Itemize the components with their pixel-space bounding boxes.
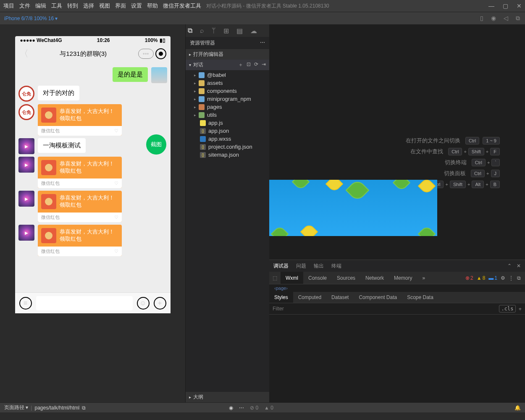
- folder-utils[interactable]: ▸utils: [186, 111, 269, 119]
- new-folder-icon[interactable]: ⊡: [247, 61, 251, 68]
- screenshot-button[interactable]: 截图: [146, 134, 166, 155]
- scopedata-tab[interactable]: Scope Data: [402, 292, 438, 303]
- avatar[interactable]: [151, 67, 167, 83]
- sources-tab[interactable]: Sources: [332, 272, 360, 284]
- error-count[interactable]: ⊘ 0: [250, 405, 258, 411]
- folder-components[interactable]: ▸components: [186, 87, 269, 95]
- extensions-icon[interactable]: ⊞: [222, 27, 230, 35]
- close-icon[interactable]: ✕: [517, 3, 522, 9]
- menu-settings[interactable]: 设置: [131, 2, 142, 10]
- open-editors-section[interactable]: ▸打开的编辑器: [186, 49, 269, 60]
- componentdata-tab[interactable]: Component Data: [354, 292, 402, 303]
- db-icon[interactable]: ▤: [235, 27, 244, 35]
- page-path-label[interactable]: 页面路径 ▾: [4, 404, 28, 411]
- chat-body[interactable]: 是的是是 仑免 对于的对的 仑免 恭喜发财，大吉大利！领取红包 微信红包♡: [15, 63, 171, 292]
- file-project.config.json[interactable]: {}project.config.json: [186, 143, 269, 151]
- close-panel-icon[interactable]: ✕: [517, 263, 521, 269]
- message-bubble[interactable]: 对于的对的: [38, 86, 79, 100]
- copy-icon[interactable]: ⧉: [82, 405, 86, 411]
- close-miniapp-icon[interactable]: [155, 48, 166, 59]
- menu-ui[interactable]: 界面: [115, 2, 126, 10]
- problems-tab[interactable]: 问题: [296, 262, 306, 270]
- styles-tab[interactable]: Styles: [269, 292, 293, 303]
- minimize-icon[interactable]: —: [488, 3, 494, 9]
- more-icon[interactable]: •••: [138, 49, 154, 59]
- folder-assets[interactable]: ▸assets: [186, 79, 269, 87]
- red-packet[interactable]: 恭喜发财，大吉大利！领取红包 微信红包♡: [38, 104, 122, 136]
- page-path[interactable]: pages/talk/html/html: [34, 405, 79, 411]
- message-bubble[interactable]: 是的是是: [113, 67, 148, 82]
- mute-icon[interactable]: ◁: [504, 15, 508, 22]
- dock-icon[interactable]: ⧉: [517, 275, 521, 281]
- avatar[interactable]: [18, 191, 34, 207]
- element-breadcrumb[interactable]: ‹page›: [269, 284, 525, 292]
- record-icon[interactable]: ◉: [491, 15, 496, 22]
- red-packet[interactable]: 恭喜发财，大吉大利！领取红包 微信红包♡: [38, 225, 122, 256]
- outline-section[interactable]: ▸大纲: [186, 392, 269, 402]
- menu-view[interactable]: 视图: [99, 2, 110, 10]
- network-tab[interactable]: Network: [360, 272, 389, 284]
- menu-goto[interactable]: 转到: [67, 2, 78, 10]
- cloud-icon[interactable]: ☁: [249, 27, 258, 35]
- menu-project[interactable]: 项目: [3, 2, 14, 10]
- menu-tools[interactable]: 工具: [51, 2, 62, 10]
- menu-edit[interactable]: 编辑: [35, 2, 46, 10]
- filter-input[interactable]: [273, 306, 499, 312]
- folder-@babel[interactable]: ▸@babel: [186, 71, 269, 79]
- explorer-more-icon[interactable]: ⋯: [260, 39, 265, 47]
- output-tab[interactable]: 输出: [314, 262, 324, 270]
- message-bubble[interactable]: 一淘模板测试: [38, 138, 86, 153]
- menu-select[interactable]: 选择: [83, 2, 94, 10]
- gear-icon[interactable]: ⚙: [501, 275, 505, 281]
- kebab-icon[interactable]: ⋮: [509, 275, 514, 281]
- maximize-icon[interactable]: ▢: [503, 3, 508, 9]
- dataset-tab[interactable]: Dataset: [326, 292, 354, 303]
- capsule-buttons[interactable]: •••: [138, 48, 166, 59]
- menu-help[interactable]: 帮助: [147, 2, 158, 10]
- dual-pane-icon[interactable]: ⧉: [516, 15, 520, 22]
- files-tab-icon[interactable]: ⧉: [186, 27, 194, 34]
- collapse-icon[interactable]: ⇥: [262, 61, 266, 68]
- computed-tab[interactable]: Computed: [293, 292, 326, 303]
- emoji-icon[interactable]: ☺: [137, 297, 150, 310]
- red-packet[interactable]: 恭喜发财，大吉大利！领取红包 微信红包♡: [38, 157, 122, 188]
- git-icon[interactable]: ᛘ: [210, 27, 217, 34]
- voice-icon[interactable]: ≡: [19, 297, 32, 310]
- memory-tab[interactable]: Memory: [389, 272, 417, 284]
- avatar[interactable]: [18, 157, 34, 173]
- file-app.json[interactable]: {}app.json: [186, 127, 269, 135]
- folder-pages[interactable]: ▸pages: [186, 103, 269, 111]
- plus-icon[interactable]: +: [154, 297, 166, 310]
- phone-icon[interactable]: ▯: [480, 15, 483, 22]
- avatar[interactable]: 仑免: [18, 86, 34, 102]
- chevron-up-icon[interactable]: ⌃: [507, 263, 512, 269]
- add-style-icon[interactable]: +: [518, 306, 522, 312]
- warning-count[interactable]: ▲ 0: [264, 405, 273, 411]
- avatar[interactable]: [18, 138, 34, 154]
- bell-icon[interactable]: 🔔: [514, 405, 521, 411]
- device-selector[interactable]: iPhone 6/7/8 100% 16 ▾: [4, 16, 58, 21]
- new-file-icon[interactable]: ＋: [238, 61, 243, 68]
- file-app.wxss[interactable]: app.wxss: [186, 135, 269, 143]
- search-icon[interactable]: ⌕: [199, 27, 205, 34]
- file-app.js[interactable]: app.js: [186, 119, 269, 127]
- more-tabs-icon[interactable]: »: [417, 272, 430, 284]
- cls-button[interactable]: .cls: [499, 305, 516, 312]
- folder-miniprogram_npm[interactable]: ▸miniprogram_npm: [186, 95, 269, 103]
- message-input[interactable]: [36, 296, 133, 310]
- console-tab[interactable]: Console: [303, 272, 332, 284]
- terminal-tab[interactable]: 终端: [331, 262, 341, 270]
- preview-icon[interactable]: ◉: [229, 405, 233, 411]
- file-sitemap.json[interactable]: {}sitemap.json: [186, 151, 269, 159]
- avatar[interactable]: 仑免: [18, 104, 34, 120]
- project-section[interactable]: ▾对话 ＋ ⊡ ⟳ ⇥: [186, 60, 269, 70]
- red-packet[interactable]: 恭喜发财，大吉大利！领取红包 微信红包♡: [38, 191, 122, 222]
- menu-wechat[interactable]: 微信开发者工具: [163, 2, 201, 10]
- wxml-tab[interactable]: Wxml: [281, 272, 303, 284]
- refresh-icon[interactable]: ⟳: [254, 61, 258, 68]
- menu-file[interactable]: 文件: [19, 2, 30, 10]
- inspect-icon[interactable]: ⬚: [269, 275, 281, 281]
- more-icon[interactable]: ⋯: [239, 405, 244, 411]
- back-icon[interactable]: 〈: [19, 47, 29, 60]
- debugger-tab[interactable]: 调试器: [273, 262, 289, 270]
